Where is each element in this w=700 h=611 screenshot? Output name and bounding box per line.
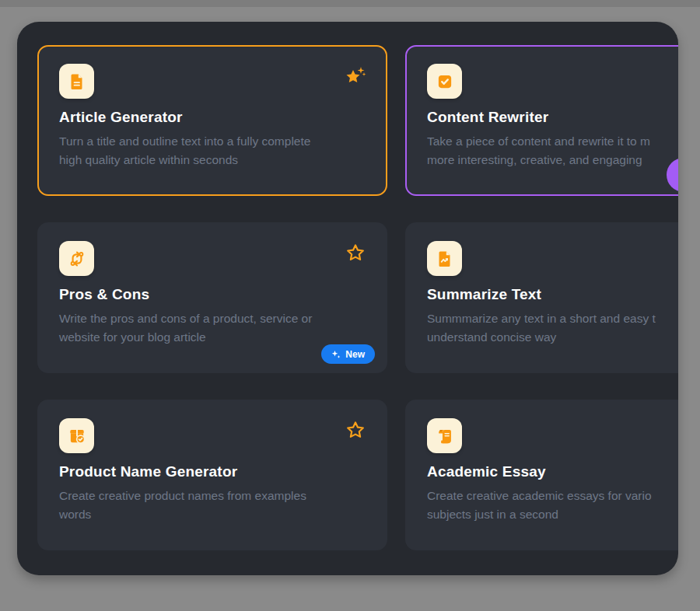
card-title: Content Rewriter [427, 109, 678, 126]
checkbox-icon [427, 64, 462, 99]
favorite-star-outline-icon[interactable] [344, 241, 367, 264]
tool-card-summarize-text[interactable]: Summarize Text Summmarize any text in a … [405, 222, 678, 373]
card-title: Academic Essay [427, 463, 678, 480]
badge-label: New [345, 349, 365, 360]
tool-card-content-rewriter[interactable]: Content Rewriter Take a piece of content… [405, 45, 678, 196]
favorite-star-filled-icon[interactable] [344, 64, 367, 87]
card-description: Write the pros and cons of a product, se… [59, 309, 386, 347]
favorite-star-outline-icon[interactable] [344, 418, 367, 442]
card-title: Product Name Generator [59, 463, 366, 480]
card-title: Pros & Cons [59, 286, 366, 303]
card-title: Summarize Text [427, 286, 678, 303]
swap-arrows-icon [59, 241, 94, 276]
card-description: Summmarize any text in a short and easy … [427, 309, 678, 347]
tools-panel: Article Generator Turn a title and outli… [17, 22, 678, 575]
package-check-icon [59, 418, 94, 453]
scroll-icon [427, 418, 462, 453]
tools-grid: Article Generator Turn a title and outli… [17, 22, 678, 575]
summary-document-icon [427, 241, 462, 276]
tool-card-product-name-generator[interactable]: Product Name Generator Create creative p… [37, 400, 387, 550]
card-title: Article Generator [59, 109, 366, 126]
sparkle-icon [331, 350, 341, 359]
card-description: Create creative product names from examp… [59, 487, 386, 524]
top-strip [0, 0, 700, 7]
card-description: Turn a title and outline text into a ful… [59, 132, 386, 169]
new-badge: New [321, 344, 375, 364]
tool-card-pros-and-cons[interactable]: Pros & Cons Write the pros and cons of a… [37, 222, 387, 373]
document-icon [59, 64, 94, 99]
card-description: Create creative academic essays for vari… [427, 487, 678, 524]
tool-card-article-generator[interactable]: Article Generator Turn a title and outli… [37, 45, 387, 196]
card-description: Take a piece of content and rewrite it t… [427, 132, 678, 169]
page-background: Article Generator Turn a title and outli… [0, 0, 700, 611]
tool-card-academic-essay[interactable]: Academic Essay Create creative academic … [405, 400, 678, 550]
